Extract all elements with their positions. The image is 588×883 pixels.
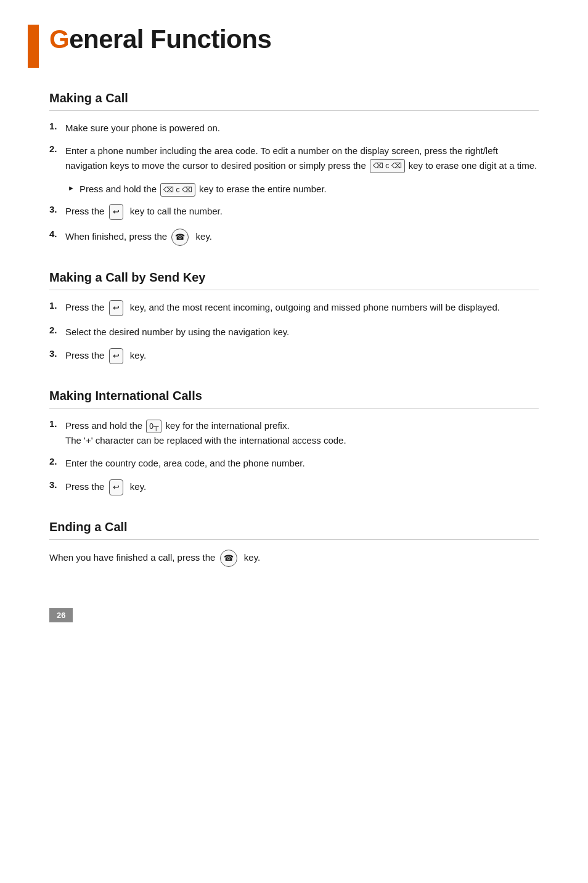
step-text: Select the desired number by using the n… [65,325,539,339]
step-number: 3. [49,204,62,214]
step-text: Press the ↩ key, and the most recent inc… [65,300,539,316]
step-number: 3. [49,479,62,490]
sub-bullet-text: Press and hold the ⌫ c ⌫ key to erase th… [80,182,539,197]
step-text: Make sure your phone is powered on. [65,121,539,135]
orange-accent-bar [28,25,39,68]
section-making-call-send-key: Making a Call by Send Key 1. Press the ↩… [49,271,539,364]
section-title-ending: Ending a Call [49,520,539,540]
international-calls-list: 1. Press and hold the 0┬ key for the int… [49,418,539,495]
send-key-icon-4: ↩ [109,479,123,495]
step-number: 4. [49,229,62,239]
sub-bullet-item: ► Press and hold the ⌫ c ⌫ key to erase … [68,182,539,197]
ending-call-text: When you have finished a call, press the… [49,550,539,567]
step-number: 3. [49,348,62,359]
list-item: 3. Press the ↩ key. [49,348,539,364]
list-item: 2. Enter a phone number including the ar… [49,144,539,173]
step-text: Enter a phone number including the area … [65,144,539,173]
step-number: 1. [49,121,62,131]
section-ending-a-call: Ending a Call When you have finished a c… [49,520,539,567]
step-number: 2. [49,456,62,466]
step-number: 2. [49,144,62,154]
send-key-list: 1. Press the ↩ key, and the most recent … [49,300,539,364]
send-key-icon: ↩ [109,204,123,220]
list-item: 3. Press the ↩ key to call the number. [49,204,539,220]
step-text: When finished, press the ☎ key. [65,229,539,246]
step-text: Press the ↩ key. [65,479,539,495]
list-item: 1. Press and hold the 0┬ key for the int… [49,418,539,448]
step-text: Press the ↩ key to call the number. [65,204,539,220]
section-title-making-a-call: Making a Call [49,91,539,111]
list-item: 3. Press the ↩ key. [49,479,539,495]
section-making-a-call: Making a Call 1. Make sure your phone is… [49,91,539,246]
backspace-key-icon-2: ⌫ c ⌫ [160,183,195,197]
page-title: General Functions [49,25,271,54]
section-title-send-key: Making a Call by Send Key [49,271,539,290]
section-international-calls: Making International Calls 1. Press and … [49,389,539,495]
triangle-bullet-icon: ► [68,184,75,192]
zero-key-icon: 0┬ [146,420,161,434]
step-text: Press the ↩ key. [65,348,539,364]
list-item: 2. Select the desired number by using th… [49,325,539,339]
send-key-icon-3: ↩ [109,348,123,364]
step-text: Press and hold the 0┬ key for the intern… [65,418,539,448]
list-item: 1. Make sure your phone is powered on. [49,121,539,135]
send-key-icon-2: ↩ [109,300,123,316]
list-item: 2. Enter the country code, area code, an… [49,456,539,470]
section-title-international: Making International Calls [49,389,539,409]
list-item: 1. Press the ↩ key, and the most recent … [49,300,539,316]
end-key-icon: ☎ [171,229,189,246]
step-number: 1. [49,300,62,311]
end-key-icon-2: ☎ [220,550,237,567]
making-a-call-list-2: 3. Press the ↩ key to call the number. 4… [49,204,539,246]
step-text: Enter the country code, area code, and t… [65,456,539,470]
step-number: 1. [49,418,62,429]
backspace-key-icon: ⌫ c ⌫ [370,159,405,173]
page-number: 26 [49,608,73,622]
step-number: 2. [49,325,62,335]
page-header: General Functions [49,25,539,54]
list-item: 4. When finished, press the ☎ key. [49,229,539,246]
making-a-call-list: 1. Make sure your phone is powered on. 2… [49,121,539,173]
